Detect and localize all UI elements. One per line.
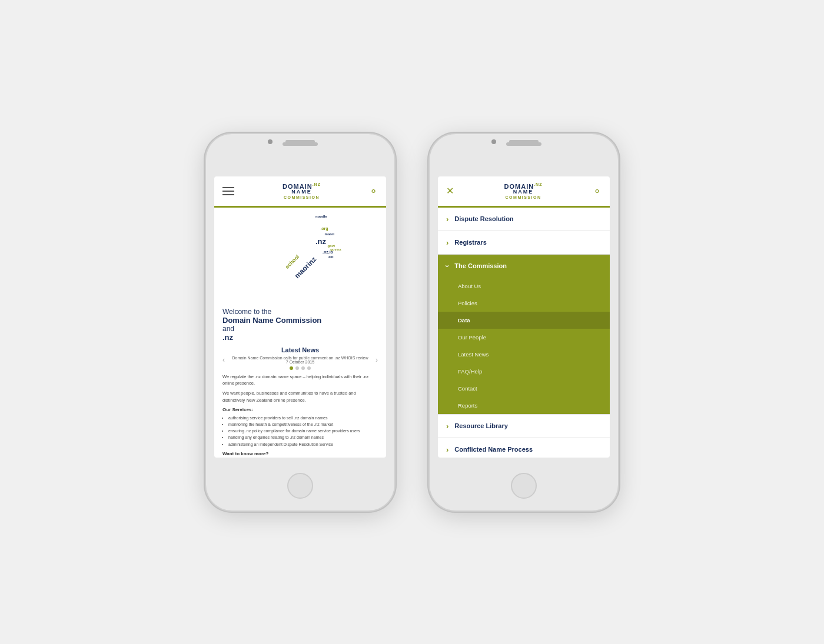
search-icon[interactable]: ⚬ xyxy=(369,185,378,198)
service-item-2: monitoring the health & competitiveness … xyxy=(228,421,378,428)
home-button-right[interactable] xyxy=(511,473,537,499)
sub-item-our-people[interactable]: Our People xyxy=(438,329,610,346)
word-maori: maori xyxy=(325,232,334,236)
nav-label-registrars: Registrars xyxy=(454,239,486,246)
service-item-1: authorising service providers to sell .n… xyxy=(228,415,378,421)
logo-name: NAME xyxy=(283,189,321,195)
word-school: school xyxy=(284,254,301,271)
sub-item-latest-news[interactable]: Latest News xyxy=(438,346,610,363)
sub-item-policies[interactable]: Policies xyxy=(438,295,610,312)
logo-nz-super-right: .nz xyxy=(534,182,542,186)
wordcloud: noodle .org .nz maori govt .nz.io .co go… xyxy=(238,208,386,302)
site-header: DOMAIN.nz NAME COMMISSION ⚬ xyxy=(214,176,386,208)
nav-item-the-commission: › The Commission About Us Policies Data … xyxy=(438,255,610,415)
nav-row-conflicted-name-process[interactable]: › Conflicted Name Process xyxy=(438,438,610,458)
sub-item-reports[interactable]: Reports xyxy=(438,397,610,414)
phone-speaker-right xyxy=(509,140,539,143)
right-phone: ✕ DOMAIN.nz NAME COMMISSION ⚬ › Dispute … xyxy=(430,134,618,510)
navigation-menu: › Dispute Resolution › Registrars › The … xyxy=(438,208,610,458)
word-noodle: noodle xyxy=(315,215,327,218)
services-list: authorising service providers to sell .n… xyxy=(222,415,378,448)
nz-shape: noodle .org .nz maori govt .nz.io .co go… xyxy=(277,211,347,299)
sub-item-faq-help[interactable]: FAQ/Help xyxy=(438,363,610,380)
home-button[interactable] xyxy=(287,473,313,499)
latest-news-section: Latest News ‹ Domain Name Commission cal… xyxy=(222,346,378,370)
dot-4 xyxy=(307,366,311,370)
carousel-content: Domain Name Commission calls for public … xyxy=(227,356,373,364)
body-text-2: We want people, businesses and communiti… xyxy=(222,390,378,403)
dot-3 xyxy=(301,366,305,370)
carousel-next[interactable]: › xyxy=(376,356,378,364)
nav-label-the-commission: The Commission xyxy=(454,262,507,269)
chevron-dispute-resolution: › xyxy=(446,215,448,223)
nav-item-conflicted-name-process: › Conflicted Name Process xyxy=(438,438,610,458)
search-icon-right[interactable]: ⚬ xyxy=(593,185,602,198)
nav-header: ✕ DOMAIN.nz NAME COMMISSION ⚬ xyxy=(438,176,610,208)
carousel-dots xyxy=(222,366,378,370)
service-item-3: ensuring .nz policy compliance for domai… xyxy=(228,428,378,434)
logo-commission: COMMISSION xyxy=(283,195,321,200)
dot-2 xyxy=(295,366,299,370)
hamburger-menu-icon[interactable] xyxy=(222,187,234,195)
welcome-heading: Welcome to the Domain Name Commission an… xyxy=(222,308,378,342)
chevron-the-commission: › xyxy=(443,265,452,267)
close-icon[interactable]: ✕ xyxy=(446,185,454,196)
nav-row-the-commission[interactable]: › The Commission xyxy=(438,255,610,278)
site-content: Welcome to the Domain Name Commission an… xyxy=(214,302,386,458)
nav-label-resource-library: Resource Library xyxy=(454,422,507,429)
nav-label-conflicted-name-process: Conflicted Name Process xyxy=(454,446,533,453)
right-phone-screen: ✕ DOMAIN.nz NAME COMMISSION ⚬ › Dispute … xyxy=(438,176,610,458)
phone-speaker xyxy=(285,140,315,143)
word-co: .co xyxy=(327,255,333,259)
chevron-conflicted-name-process: › xyxy=(446,445,448,454)
sub-item-about-us[interactable]: About Us xyxy=(438,278,610,295)
nav-item-resource-library: › Resource Library xyxy=(438,415,610,438)
article-title: Domain Name Commission calls for public … xyxy=(227,356,373,360)
logo-name-right: NAME xyxy=(504,189,543,195)
logo: DOMAIN.nz NAME COMMISSION xyxy=(283,182,321,200)
service-item-5: administering an independent Dispute Res… xyxy=(228,441,378,448)
word-nz: .nz xyxy=(315,237,326,246)
latest-news-heading: Latest News xyxy=(222,346,378,353)
logo-commission-right: COMMISSION xyxy=(504,195,543,200)
nav-item-registrars: › Registrars xyxy=(438,231,610,255)
word-org: .org xyxy=(320,226,328,231)
body-text-1: We regulate the .nz domain name space – … xyxy=(222,373,378,387)
sub-item-contact[interactable]: Contact xyxy=(438,380,610,397)
want-to-know: Want to know more? xyxy=(222,451,378,456)
phone-camera-right xyxy=(491,139,496,144)
chevron-resource-library: › xyxy=(446,422,448,431)
chevron-registrars: › xyxy=(446,238,448,247)
left-phone: DOMAIN.nz NAME COMMISSION ⚬ noodle .org … xyxy=(206,134,394,510)
article-date: 7 October 2015 xyxy=(227,360,373,364)
sub-menu-the-commission: About Us Policies Data Our People Latest… xyxy=(438,278,610,414)
phone-camera xyxy=(268,139,273,144)
logo-right: DOMAIN.nz NAME COMMISSION xyxy=(504,182,543,200)
dot-1 xyxy=(290,366,293,370)
service-item-4: handling any enquiries relating to .nz d… xyxy=(228,434,378,441)
nav-row-dispute-resolution[interactable]: › Dispute Resolution xyxy=(438,208,610,231)
word-gov-nz: gov.nz xyxy=(330,248,341,251)
nav-row-resource-library[interactable]: › Resource Library xyxy=(438,415,610,438)
logo-nz-super: .nz xyxy=(313,182,321,186)
and-nz: and .nz xyxy=(222,325,378,342)
nav-item-dispute-resolution: › Dispute Resolution xyxy=(438,208,610,231)
news-carousel: ‹ Domain Name Commission calls for publi… xyxy=(222,356,378,364)
nav-row-registrars[interactable]: › Registrars xyxy=(438,231,610,254)
nav-label-dispute-resolution: Dispute Resolution xyxy=(454,215,513,222)
sub-item-data[interactable]: Data xyxy=(438,312,610,329)
services-heading: Our Services: xyxy=(222,407,378,412)
nz-map-hero: noodle .org .nz maori govt .nz.io .co go… xyxy=(214,208,386,302)
carousel-prev[interactable]: ‹ xyxy=(222,356,225,364)
left-phone-screen: DOMAIN.nz NAME COMMISSION ⚬ noodle .org … xyxy=(214,176,386,458)
